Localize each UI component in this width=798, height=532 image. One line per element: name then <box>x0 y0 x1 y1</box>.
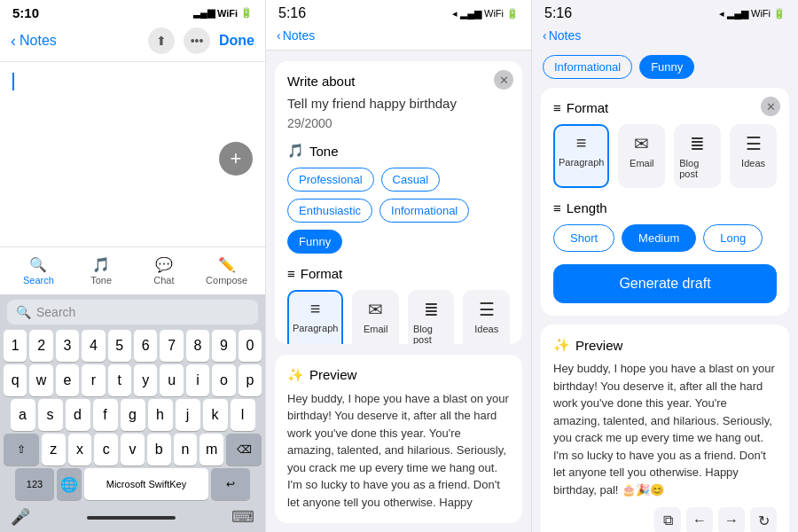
format-ideas-2[interactable]: ☰ Ideas <box>463 290 510 344</box>
key-i[interactable]: i <box>186 364 209 396</box>
more-button[interactable]: ••• <box>184 27 210 54</box>
format-ideas-3[interactable]: ☰ Ideas <box>730 124 777 188</box>
key-b[interactable]: b <box>147 434 171 466</box>
preview-copy-small-btn[interactable]: ⧉ <box>654 507 681 532</box>
key-m[interactable]: m <box>200 434 223 466</box>
preview-forward-btn[interactable]: → <box>718 507 745 532</box>
compose-icon: ✏️ <box>218 256 236 273</box>
close-button-3[interactable]: ✕ <box>761 97 780 116</box>
preview-back-btn[interactable]: ← <box>686 507 713 532</box>
fab-button[interactable]: + <box>219 142 253 176</box>
format-icon-2: ≡ <box>287 266 295 281</box>
format-blog-2[interactable]: ≣ Blog post <box>408 290 455 344</box>
format-blog-label-3: Blog post <box>679 158 716 179</box>
chip-enthusiastic[interactable]: Enthusiastic <box>287 199 372 223</box>
key-backspace[interactable]: ⌫ <box>226 434 262 466</box>
nav-bar-1: ‹ Notes ⬆ ••• Done <box>0 24 265 62</box>
back-label-1: Notes <box>20 33 57 49</box>
back-button-3[interactable]: ‹ Notes <box>543 28 581 43</box>
key-shift[interactable]: ⇧ <box>4 434 39 466</box>
wifi-3: WiFi <box>751 8 771 19</box>
toolbar-compose[interactable]: ✏️ Compose <box>195 253 258 289</box>
key-6[interactable]: 6 <box>134 330 157 362</box>
key-q[interactable]: q <box>4 364 27 396</box>
key-space[interactable]: Microsoft SwiftKey <box>84 468 208 500</box>
length-short-3[interactable]: Short <box>553 224 614 252</box>
keyboard: 🔍 Search 1 2 3 4 5 6 7 8 9 0 q w e r t <box>0 294 265 504</box>
toolbar-tone[interactable]: 🎵 Tone <box>70 253 133 289</box>
preview-refresh-btn[interactable]: ↻ <box>750 507 777 532</box>
length-medium-3[interactable]: Medium <box>622 224 696 252</box>
back-button-2[interactable]: ‹ Notes <box>277 28 315 43</box>
key-h[interactable]: h <box>148 399 173 431</box>
chip-casual[interactable]: Casual <box>381 168 440 192</box>
write-input[interactable]: Tell my friend happy birthday <box>287 96 510 111</box>
chip-informational[interactable]: Informational <box>379 199 469 223</box>
format-blog-3[interactable]: ≣ Blog post <box>674 124 721 188</box>
key-0[interactable]: 0 <box>239 330 262 362</box>
email-icon-3: ✉ <box>634 133 649 154</box>
key-row-zxcv: ⇧ z x c v b n m ⌫ <box>4 434 262 466</box>
key-j[interactable]: j <box>176 399 200 431</box>
format-email-2[interactable]: ✉ Email <box>352 290 399 344</box>
format-panel: 5:16 ◂ ▂▄▆ WiFi 🔋 ‹ Notes Informational … <box>532 0 798 532</box>
format-card-3: ✕ ≡ Format ≡ Paragraph ✉ Email ≣ Blog po… <box>541 88 789 316</box>
key-return[interactable]: ↩ <box>211 468 250 500</box>
key-p[interactable]: p <box>239 364 262 396</box>
signal-icons-1: ▂▄▆ WiFi 🔋 <box>193 7 253 19</box>
key-123[interactable]: 123 <box>15 468 54 500</box>
key-x[interactable]: x <box>68 434 92 466</box>
keyboard-hide-icon[interactable]: ⌨ <box>231 507 254 527</box>
key-9[interactable]: 9 <box>212 330 235 362</box>
chip-professional[interactable]: Professional <box>287 168 374 192</box>
key-w[interactable]: w <box>29 364 52 396</box>
key-5[interactable]: 5 <box>108 330 131 362</box>
keyboard-search-bar[interactable]: 🔍 Search <box>7 300 258 325</box>
key-f[interactable]: f <box>93 399 118 431</box>
key-2[interactable]: 2 <box>29 330 52 362</box>
generate-btn-3[interactable]: Generate draft <box>553 264 777 303</box>
key-3[interactable]: 3 <box>56 330 79 362</box>
key-k[interactable]: k <box>203 399 228 431</box>
microphone-icon[interactable]: 🎤 <box>11 507 30 527</box>
length-long-3[interactable]: Long <box>703 224 763 252</box>
key-z[interactable]: z <box>42 434 66 466</box>
chip-funny-top[interactable]: Funny <box>639 55 694 79</box>
key-d[interactable]: d <box>66 399 90 431</box>
format-paragraph-3[interactable]: ≡ Paragraph <box>553 124 609 188</box>
key-8[interactable]: 8 <box>186 330 209 362</box>
key-y[interactable]: y <box>134 364 157 396</box>
key-l[interactable]: l <box>231 399 255 431</box>
done-button[interactable]: Done <box>219 33 254 49</box>
chip-funny[interactable]: Funny <box>287 230 342 254</box>
toolbar-search[interactable]: 🔍 Search <box>7 253 70 289</box>
share-button[interactable]: ⬆ <box>148 27 175 54</box>
format-email-3[interactable]: ✉ Email <box>618 124 665 188</box>
chip-informational-top[interactable]: Informational <box>543 55 632 79</box>
key-r[interactable]: r <box>82 364 105 396</box>
home-indicator-1 <box>30 511 231 523</box>
close-button-2[interactable]: ✕ <box>494 70 513 90</box>
key-globe[interactable]: 🌐 <box>57 468 82 500</box>
key-o[interactable]: o <box>212 364 235 396</box>
key-n[interactable]: n <box>174 434 198 466</box>
format-paragraph-2[interactable]: ≡ Paragraph <box>287 290 343 344</box>
time-3: 5:16 <box>544 5 572 21</box>
key-7[interactable]: 7 <box>160 330 183 362</box>
key-1[interactable]: 1 <box>4 330 27 362</box>
toolbar-chat[interactable]: 💬 Chat <box>133 253 196 289</box>
key-s[interactable]: s <box>38 399 63 431</box>
key-g[interactable]: g <box>121 399 145 431</box>
key-4[interactable]: 4 <box>82 330 105 362</box>
key-t[interactable]: t <box>108 364 131 396</box>
key-v[interactable]: v <box>121 434 145 466</box>
key-c[interactable]: c <box>94 434 118 466</box>
note-area[interactable]: + <box>0 62 265 246</box>
key-row-numbers: 1 2 3 4 5 6 7 8 9 0 <box>4 330 262 362</box>
chevron-left-small-3: ◂ <box>719 8 724 20</box>
key-e[interactable]: e <box>56 364 79 396</box>
tone-header-icon: 🎵 <box>287 143 304 159</box>
back-button-1[interactable]: ‹ Notes <box>11 32 57 51</box>
key-a[interactable]: a <box>11 399 35 431</box>
key-u[interactable]: u <box>160 364 183 396</box>
